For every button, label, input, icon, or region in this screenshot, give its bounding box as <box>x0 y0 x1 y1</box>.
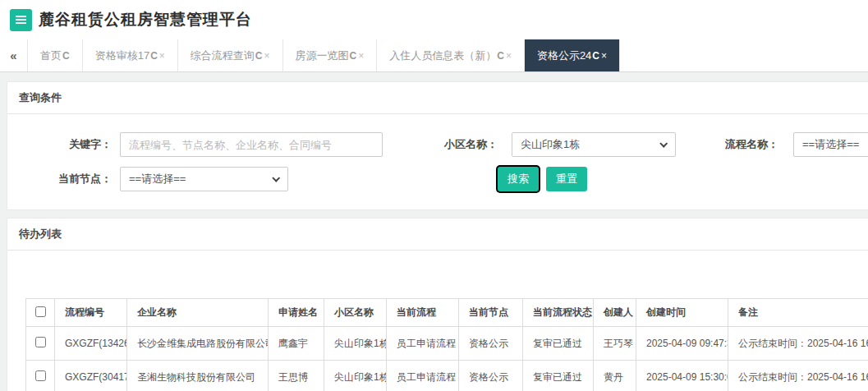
tab-label: 入住人员信息表（新） <box>389 48 496 63</box>
tab-label: 房源一览图 <box>296 48 349 63</box>
table-row: GXGZF(30417) 圣湘生物科技股份有限公司 王思博 尖山印象1栋 员工申… <box>26 361 868 391</box>
col-header-remark: 备注 <box>728 299 868 327</box>
todo-table-wrap: 流程编号 企业名称 申请姓名 小区名称 当前流程 当前节点 当前流程状态 创建人… <box>25 298 868 391</box>
process-select[interactable]: ==请选择== <box>793 132 868 157</box>
cell-company: 圣湘生物科技股份有限公司 <box>127 361 269 391</box>
col-header-company: 企业名称 <box>127 299 269 327</box>
col-header-current-node: 当前节点 <box>459 299 523 327</box>
community-label: 小区名称： <box>383 137 498 152</box>
tab-label: 综合流程查询 <box>191 48 255 63</box>
cell-creator: 王巧琴 <box>594 327 636 361</box>
cell-flow-status: 复审已通过 <box>523 327 594 361</box>
close-icon[interactable]: × <box>264 50 270 62</box>
row-checkbox[interactable] <box>35 337 46 347</box>
node-label: 当前节点： <box>7 172 112 186</box>
col-header-community: 小区名称 <box>324 299 387 327</box>
query-panel: 查询条件 关键字： 小区名称： 尖山印象1栋 流程名称： ==请选择== 当前节… <box>7 81 868 210</box>
col-header-creator: 创建人 <box>594 299 636 327</box>
cell-community: 尖山印象1栋 <box>324 361 387 391</box>
hamburger-icon <box>16 19 26 21</box>
row-checkbox[interactable] <box>35 370 46 381</box>
reset-button[interactable]: 重置 <box>546 167 587 191</box>
col-header-create-time: 创建时间 <box>636 299 728 327</box>
cell-flow-status: 复审已通过 <box>523 361 594 391</box>
cell-current-flow: 员工申请流程 <box>387 361 459 391</box>
close-icon[interactable]: × <box>358 50 364 62</box>
app-title: 麓谷租赁公租房智慧管理平台 <box>39 9 252 30</box>
tab-bar: « 首页 C 资格审核17 C × 综合流程查询 C × 房源一览图 C × 入… <box>0 39 868 72</box>
col-header-applicant: 申请姓名 <box>269 299 324 327</box>
tab-process-query[interactable]: 综合流程查询 C × <box>178 39 283 71</box>
tab-label: 资格公示24 <box>537 48 591 63</box>
cell-process-code: GXGZF(30417) <box>55 361 127 391</box>
tab-qualification-review[interactable]: 资格审核17 C × <box>83 39 178 71</box>
cell-current-node: 资格公示 <box>459 361 523 391</box>
refresh-icon[interactable]: C <box>592 50 599 62</box>
close-icon[interactable]: × <box>506 50 512 62</box>
refresh-icon[interactable]: C <box>255 50 263 62</box>
tab-housing-overview[interactable]: 房源一览图 C × <box>283 39 378 71</box>
cell-create-time: 2025-04-09 15:30:01 <box>636 361 728 391</box>
cell-applicant: 鹰鑫宇 <box>269 327 324 361</box>
process-label: 流程名称： <box>676 137 778 152</box>
select-all-checkbox[interactable] <box>35 306 46 317</box>
search-button[interactable]: 搜索 <box>498 167 539 191</box>
todo-table: 流程编号 企业名称 申请姓名 小区名称 当前流程 当前节点 当前流程状态 创建人… <box>25 298 868 391</box>
tab-qualification-publicity[interactable]: 资格公示24 C × <box>525 39 620 71</box>
keyword-label: 关键字： <box>7 137 112 152</box>
community-select-value: 尖山印象1栋 <box>521 137 580 152</box>
refresh-icon[interactable]: C <box>150 50 158 62</box>
cell-create-time: 2025-04-09 09:47:34 <box>636 327 728 361</box>
cell-company: 长沙金维集成电路股份有限公司 <box>127 327 269 361</box>
cell-current-node: 资格公示 <box>459 327 523 361</box>
tab-label: 首页 <box>40 48 62 63</box>
tab-resident-info[interactable]: 入住人员信息表（新） C × <box>377 39 525 71</box>
close-icon[interactable]: × <box>601 50 607 62</box>
refresh-icon[interactable]: C <box>62 50 70 62</box>
cell-applicant: 王思博 <box>269 361 324 391</box>
node-select[interactable]: ==请选择== <box>120 167 288 191</box>
cell-community: 尖山印象1栋 <box>324 327 387 361</box>
cell-remark: 公示结束时间：2025-04-16 16:54:55 <box>728 327 868 361</box>
cell-remark: 公示结束时间：2025-04-16 16:54:47 <box>728 361 868 391</box>
cell-current-flow: 员工申请流程 <box>387 327 459 361</box>
refresh-icon[interactable]: C <box>350 50 357 62</box>
cell-process-code: GXGZF(13426) <box>55 327 127 361</box>
query-panel-title: 查询条件 <box>7 82 868 114</box>
query-form: 关键字： 小区名称： 尖山印象1栋 流程名称： ==请选择== 当前节点： ==… <box>7 114 868 209</box>
double-chevron-left-icon: « <box>10 48 16 62</box>
table-header-row: 流程编号 企业名称 申请姓名 小区名称 当前流程 当前节点 当前流程状态 创建人… <box>26 299 868 327</box>
chevron-down-icon <box>272 174 280 182</box>
community-select[interactable]: 尖山印象1栋 <box>512 132 676 157</box>
process-select-value: ==请选择== <box>802 137 859 152</box>
todo-panel: 待办列表 流程编号 企业名称 申请姓名 小区名称 当前流程 当前节点 当前流程状… <box>7 218 868 391</box>
chevron-down-icon <box>659 140 668 148</box>
col-header-current-flow: 当前流程 <box>387 299 459 327</box>
app-header: 麓谷租赁公租房智慧管理平台 <box>0 0 868 39</box>
tab-label: 资格审核17 <box>95 48 149 63</box>
tab-home[interactable]: 首页 C <box>28 39 83 71</box>
collapse-tabs-button[interactable]: « <box>0 39 28 71</box>
refresh-icon[interactable]: C <box>497 50 504 62</box>
table-row: GXGZF(13426) 长沙金维集成电路股份有限公司 鹰鑫宇 尖山印象1栋 员… <box>26 327 868 361</box>
todo-panel-title: 待办列表 <box>7 218 868 251</box>
menu-button[interactable] <box>10 9 32 31</box>
cell-creator: 黄丹 <box>594 361 636 391</box>
close-icon[interactable]: × <box>159 50 165 62</box>
col-header-process-code: 流程编号 <box>55 299 127 327</box>
node-select-value: ==请选择== <box>129 172 186 186</box>
keyword-input[interactable] <box>120 132 383 157</box>
col-header-flow-status: 当前流程状态 <box>523 299 594 327</box>
main-content: 查询条件 关键字： 小区名称： 尖山印象1栋 流程名称： ==请选择== 当前节… <box>0 72 868 391</box>
